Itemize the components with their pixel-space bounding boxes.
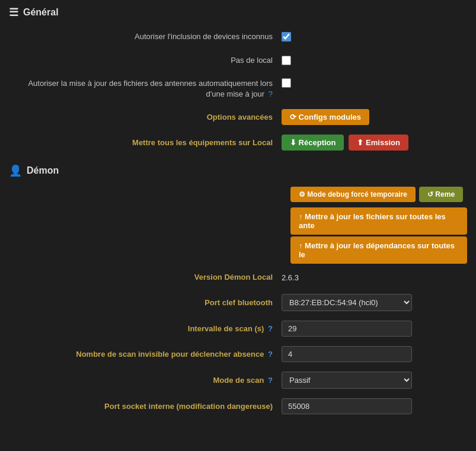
debug-button[interactable]: ⚙ Mode debug forcé temporaire <box>290 187 416 202</box>
help-icon-intervalle[interactable]: ? <box>268 324 273 333</box>
help-icon-scan-invisible[interactable]: ? <box>268 350 273 359</box>
select-mode-scan[interactable]: Passif Actif <box>282 372 412 389</box>
demon-header: 👤 Démon <box>0 155 476 183</box>
label-mode-scan: Mode de scan ? <box>9 375 282 386</box>
maj-fichiers-button[interactable]: ↑ Mettre à jour les fichiers sur toutes … <box>290 207 467 235</box>
help-icon-maj[interactable]: ? <box>269 89 273 98</box>
label-autoriser-inclusion: Autoriser l'inclusion de devices inconnu… <box>9 31 282 42</box>
label-version-demon: Version Démon Local <box>9 272 282 283</box>
configs-modules-button[interactable]: ⟳ Configs modules <box>282 109 369 125</box>
label-port-bluetooth: Port clef bluetooth <box>9 298 282 308</box>
row-intervalle: Intervalle de scan (s) ? <box>0 316 476 341</box>
control-mode-scan: Passif Actif <box>282 372 467 389</box>
label-options-avancees: Options avancées <box>9 112 282 123</box>
general-section: ☰ Général Autoriser l'inclusion de devic… <box>0 0 476 155</box>
row-version-demon: Version Démon Local 2.6.3 <box>0 266 476 289</box>
row-scan-invisible: Nombre de scan invisible pour déclencher… <box>0 341 476 367</box>
control-equipements-local: ⬇ Réception ⬆ Emission <box>282 135 467 151</box>
control-scan-invisible <box>282 346 467 362</box>
label-port-socket: Port socket interne (modification danger… <box>9 401 282 412</box>
reme-button[interactable]: ↺ Reme <box>419 187 463 202</box>
row-pas-de-local: Pas de local <box>0 49 476 72</box>
checkbox-autoriser-inclusion[interactable] <box>282 32 291 41</box>
row-port-bluetooth: Port clef bluetooth B8:27:EB:DC:54:94 (h… <box>0 289 476 316</box>
demon-icon: 👤 <box>9 164 22 177</box>
row-port-socket: Port socket interne (modification danger… <box>0 394 476 419</box>
label-pas-de-local: Pas de local <box>9 55 282 66</box>
select-port-bluetooth[interactable]: B8:27:EB:DC:54:94 (hci0) <box>282 294 412 311</box>
row-equipements-local: Mettre tous les équipements sur Local ⬇ … <box>0 130 476 155</box>
row-autoriser-maj: Autoriser la mise à jour des fichiers de… <box>0 72 476 104</box>
label-intervalle: Intervalle de scan (s) ? <box>9 324 282 334</box>
demon-block-buttons: ↑ Mettre à jour les fichiers sur toutes … <box>0 205 476 264</box>
label-equipements-local: Mettre tous les équipements sur Local <box>9 137 282 148</box>
control-autoriser-maj <box>282 78 467 88</box>
control-port-socket <box>282 398 467 414</box>
input-intervalle[interactable] <box>282 321 412 337</box>
demon-buttons-row1: ⚙ Mode debug forcé temporaire ↺ Reme <box>0 183 476 202</box>
control-options-avancees: ⟳ Configs modules <box>282 109 467 125</box>
emission-button[interactable]: ⬆ Emission <box>349 135 408 151</box>
control-pas-de-local <box>282 56 467 65</box>
general-title: Général <box>23 7 59 18</box>
help-icon-mode-scan[interactable]: ? <box>268 376 273 385</box>
control-port-bluetooth: B8:27:EB:DC:54:94 (hci0) <box>282 294 467 311</box>
demon-section: 👤 Démon ⚙ Mode debug forcé temporaire ↺ … <box>0 155 476 419</box>
checkbox-pas-de-local[interactable] <box>282 56 291 65</box>
row-mode-scan: Mode de scan ? Passif Actif <box>0 367 476 394</box>
row-options-avancees: Options avancées ⟳ Configs modules <box>0 104 476 130</box>
version-value: 2.6.3 <box>282 273 299 282</box>
reception-button[interactable]: ⬇ Réception <box>282 135 344 151</box>
input-scan-invisible[interactable] <box>282 346 412 362</box>
checkbox-autoriser-maj[interactable] <box>282 78 291 88</box>
maj-dependances-button[interactable]: ↑ Mettre à jour les dépendances sur tout… <box>290 236 467 264</box>
label-autoriser-maj: Autoriser la mise à jour des fichiers de… <box>9 78 282 100</box>
label-scan-invisible: Nombre de scan invisible pour déclencher… <box>9 349 282 360</box>
demon-title: Démon <box>27 165 59 176</box>
control-version-demon: 2.6.3 <box>282 273 467 282</box>
row-autoriser-inclusion: Autoriser l'inclusion de devices inconnu… <box>0 25 476 49</box>
general-header: ☰ Général <box>0 0 476 25</box>
input-port-socket[interactable] <box>282 398 412 414</box>
control-autoriser-inclusion <box>282 32 467 41</box>
general-icon: ☰ <box>9 6 18 19</box>
control-intervalle <box>282 321 467 337</box>
